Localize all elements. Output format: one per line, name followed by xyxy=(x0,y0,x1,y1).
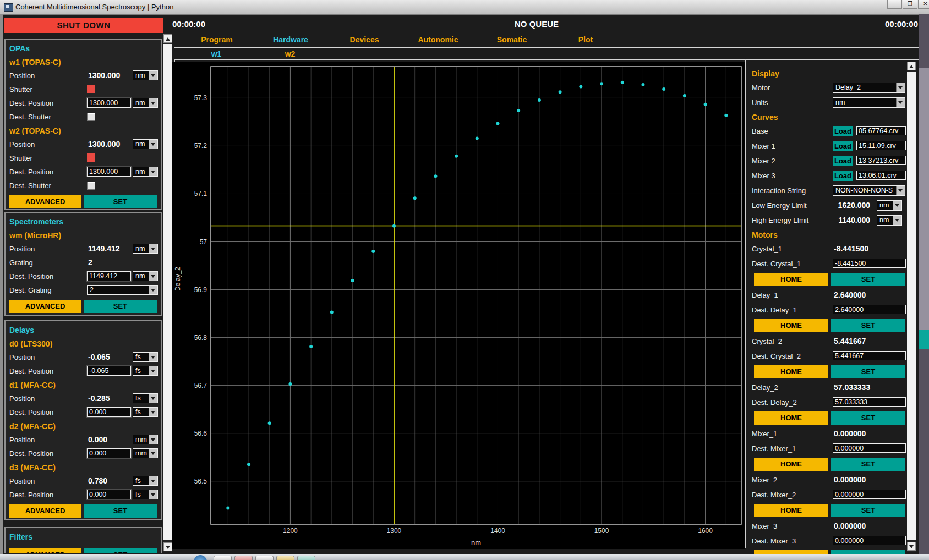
set-button[interactable]: SET xyxy=(84,548,157,553)
tab-plot[interactable]: Plot xyxy=(551,35,620,44)
unit-select[interactable]: fs xyxy=(133,393,158,403)
chevron-down-icon[interactable] xyxy=(149,490,157,499)
tuning-curve-plot[interactable]: 1200130014001500160056.556.656.756.856.9… xyxy=(172,62,745,549)
maximize-button[interactable]: ❐ xyxy=(903,0,917,9)
taskbar-app-icon[interactable] xyxy=(234,556,253,560)
scroll-up-icon[interactable] xyxy=(163,34,172,43)
chevron-down-icon[interactable] xyxy=(149,272,157,281)
subtab-w2[interactable]: w2 xyxy=(256,50,324,58)
tab-autonomic[interactable]: Autonomic xyxy=(404,35,472,44)
set-button[interactable]: SET xyxy=(84,300,157,313)
chevron-down-icon[interactable] xyxy=(149,394,157,403)
scroll-down-icon[interactable] xyxy=(907,542,916,551)
load-button[interactable]: Load xyxy=(833,156,853,166)
motor-select[interactable]: Delay_2 xyxy=(833,83,905,93)
shutter-indicator[interactable] xyxy=(87,153,95,162)
panel-scrollbar-thumb[interactable] xyxy=(907,72,916,540)
grating-select[interactable]: 2 xyxy=(87,285,158,295)
dest-motor-input[interactable] xyxy=(833,536,906,545)
curve-file-input[interactable] xyxy=(856,126,906,135)
set-button[interactable]: SET xyxy=(84,195,157,208)
chevron-down-icon[interactable] xyxy=(149,353,157,361)
shutdown-button[interactable]: SHUT DOWN xyxy=(4,18,163,33)
window-scrollbar-thumb[interactable] xyxy=(919,68,929,330)
panel-scrollbar[interactable] xyxy=(907,62,916,552)
set-button[interactable]: SET xyxy=(831,504,905,517)
home-button[interactable]: HOME xyxy=(754,504,828,517)
dest-shutter-checkbox[interactable] xyxy=(87,113,95,121)
sidebar-scrollbar[interactable] xyxy=(163,34,172,552)
taskbar-app-icon[interactable] xyxy=(297,556,315,560)
start-button-icon[interactable] xyxy=(194,555,207,560)
chevron-down-icon[interactable] xyxy=(893,216,901,225)
dest-motor-input[interactable] xyxy=(833,259,906,268)
dest-motor-input[interactable] xyxy=(833,443,906,453)
dest-motor-input[interactable] xyxy=(833,490,906,499)
unit-select[interactable]: fs xyxy=(133,352,158,362)
sidebar-scrollbar-thumb[interactable] xyxy=(163,44,172,540)
dest-motor-input[interactable] xyxy=(833,305,906,314)
advanced-button[interactable]: ADVANCED xyxy=(9,548,81,553)
chevron-down-icon[interactable] xyxy=(149,408,157,416)
unit-select[interactable]: nm xyxy=(133,271,158,281)
tab-somatic[interactable]: Somatic xyxy=(478,35,546,44)
home-button[interactable]: HOME xyxy=(754,273,828,286)
dest-position-input[interactable] xyxy=(87,271,131,281)
unit-select[interactable]: nm xyxy=(133,70,158,80)
chevron-down-icon[interactable] xyxy=(149,449,157,458)
unit-select[interactable]: fs xyxy=(133,366,158,376)
set-button[interactable]: SET xyxy=(831,319,905,332)
set-button[interactable]: SET xyxy=(831,273,905,286)
dest-motor-input[interactable] xyxy=(833,351,906,360)
set-button[interactable]: SET xyxy=(831,365,905,378)
tab-hardware[interactable]: Hardware xyxy=(256,35,325,44)
taskbar-app-icon[interactable] xyxy=(255,556,274,560)
advanced-button[interactable]: ADVANCED xyxy=(9,195,81,208)
load-button[interactable]: Load xyxy=(833,171,853,181)
units-select[interactable]: nm xyxy=(833,97,905,108)
unit-select[interactable]: mm xyxy=(133,448,158,458)
dest-position-input[interactable] xyxy=(87,366,131,376)
dest-position-input[interactable] xyxy=(87,167,131,177)
taskbar-app-icon[interactable] xyxy=(214,556,232,560)
chevron-down-icon[interactable] xyxy=(896,186,905,195)
home-button[interactable]: HOME xyxy=(754,411,828,425)
chevron-down-icon[interactable] xyxy=(149,71,157,80)
unit-select[interactable]: nm xyxy=(133,98,158,108)
chevron-down-icon[interactable] xyxy=(149,286,157,294)
unit-select[interactable]: nm xyxy=(877,215,902,226)
unit-select[interactable]: mm xyxy=(133,435,158,444)
chevron-down-icon[interactable] xyxy=(893,201,901,210)
chevron-down-icon[interactable] xyxy=(896,98,905,107)
unit-select[interactable]: nm xyxy=(133,139,158,149)
dest-position-input[interactable] xyxy=(87,448,131,458)
unit-select[interactable]: nm xyxy=(133,167,158,177)
dest-shutter-checkbox[interactable] xyxy=(87,182,95,190)
load-button[interactable]: Load xyxy=(833,141,853,151)
unit-select[interactable]: fs xyxy=(133,490,158,499)
chevron-down-icon[interactable] xyxy=(149,244,157,253)
close-button[interactable]: ✕ xyxy=(918,0,929,9)
chevron-down-icon[interactable] xyxy=(149,98,157,107)
dest-position-input[interactable] xyxy=(87,98,131,108)
subtab-w1[interactable]: w1 xyxy=(182,50,250,58)
shutter-indicator[interactable] xyxy=(87,85,95,93)
scroll-down-icon[interactable] xyxy=(163,542,172,551)
home-button[interactable]: HOME xyxy=(754,458,828,471)
chevron-down-icon[interactable] xyxy=(149,167,157,176)
curve-file-input[interactable] xyxy=(856,141,906,150)
advanced-button[interactable]: ADVANCED xyxy=(9,504,81,518)
advanced-button[interactable]: ADVANCED xyxy=(9,300,81,313)
home-button[interactable]: HOME xyxy=(754,365,828,378)
interaction-string-select[interactable]: NON-NON-NON-S xyxy=(833,185,905,196)
chevron-down-icon[interactable] xyxy=(149,140,157,149)
unit-select[interactable]: fs xyxy=(133,407,158,417)
taskbar-app-icon[interactable] xyxy=(276,556,294,560)
dest-position-input[interactable] xyxy=(87,490,131,499)
dest-position-input[interactable] xyxy=(87,407,131,417)
curve-file-input[interactable] xyxy=(856,156,906,165)
chevron-down-icon[interactable] xyxy=(149,435,157,444)
dest-motor-input[interactable] xyxy=(833,397,906,407)
load-button[interactable]: Load xyxy=(833,126,853,136)
tab-program[interactable]: Program xyxy=(183,35,251,44)
